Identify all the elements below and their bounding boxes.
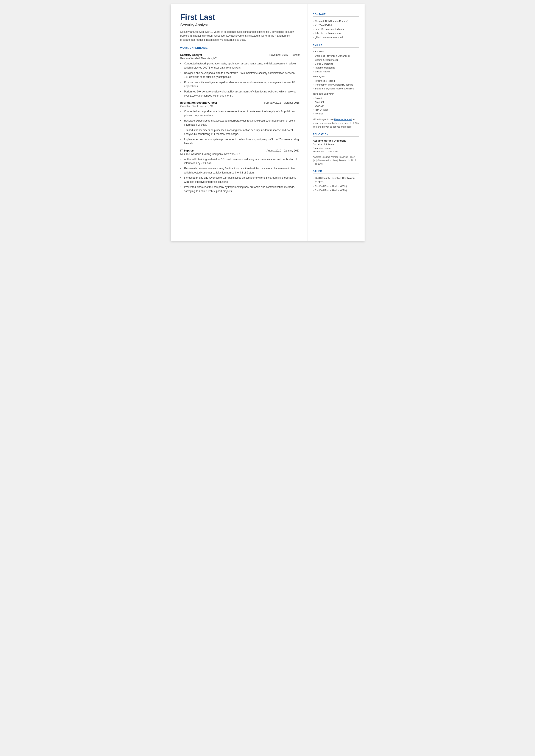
list-item: Resolved exposures to unexpected and del… [180, 119, 300, 127]
edu-date: Boston, MA — July 2010 [313, 150, 359, 153]
contact-section: CONTACT Concord, NH (Open to Remote) +1-… [313, 13, 359, 39]
list-item: Certified Ethical Hacker (CEH). [313, 188, 359, 192]
name: First Last [180, 13, 300, 21]
job-1-dates: November 2015 – Present [269, 53, 299, 56]
list-item: Conducted a comprehensive threat assessm… [180, 109, 300, 118]
contact-location: Concord, NH (Open to Remote) [313, 19, 359, 23]
degree: Bachelor of Science [313, 143, 359, 146]
contact-list: Concord, NH (Open to Remote) +1-234-456-… [313, 19, 359, 39]
contact-phone: +1-234-456-789 [313, 23, 359, 27]
resume-page: First Last Security Analyst Security ana… [171, 4, 365, 241]
list-item: Conducted network penetration tests, app… [180, 62, 300, 70]
list-item: GIAC Security Essentials Certification (… [313, 176, 359, 184]
hard-skills-list: Data-loss Prevention (Advanced) Coding (… [313, 54, 359, 73]
other-list: GIAC Security Essentials Certification (… [313, 176, 359, 192]
education-section-title: EDUCATION [313, 133, 359, 137]
job-2-bullets: Conducted a comprehensive threat assessm… [180, 109, 300, 146]
job-3-company: Resume Worded's Exciting Company, New Yo… [180, 153, 300, 155]
list-item: Integrity Monitoring [313, 66, 359, 70]
list-item: OWASP [313, 104, 359, 108]
list-item: Penetration and Vulnerability Testing [313, 83, 359, 87]
job-2-header: Information Security Officer February 20… [180, 101, 300, 104]
job-1-bullets: Conducted network penetration tests, app… [180, 62, 300, 98]
job-3-header: IT Support August 2010 – January 2013 [180, 149, 300, 152]
job-2: Information Security Officer February 20… [180, 101, 300, 146]
hard-skills-label: Hard Skills: [313, 50, 359, 53]
edu-awards: Awards: Resume Worded Teaching Fellow (o… [313, 155, 359, 166]
list-item: Performed 19+ comprehensive vulnerabilit… [180, 90, 300, 98]
job-2-title: Information Security Officer [180, 101, 217, 104]
field: Computer Science [313, 146, 359, 150]
resume-worded-link[interactable]: Resume Worded [334, 118, 352, 121]
list-item: Static and Dynamic Malware Analysis [313, 87, 359, 91]
list-item: Splunk [313, 96, 359, 100]
other-section: OTHER GIAC Security Essentials Certifica… [313, 170, 359, 192]
list-item: Prevented disaster at the company by imp… [180, 185, 300, 193]
techniques-label: Techniques: [313, 75, 359, 78]
list-item: ArcSight [313, 100, 359, 104]
list-item: Implemented secondary system procedures … [180, 137, 300, 146]
contact-section-title: CONTACT [313, 13, 359, 16]
list-item: Coding (Experienced) [313, 58, 359, 62]
left-column: First Last Security Analyst Security ana… [171, 4, 307, 241]
skills-section: SKILLS Hard Skills: Data-loss Prevention… [313, 44, 359, 129]
education-section: EDUCATION Resume Worded University Bache… [313, 133, 359, 165]
tools-label: Tools and Software: [313, 93, 359, 95]
job-1-title: Security Analyst [180, 53, 202, 56]
list-item: Fortinet [313, 112, 359, 116]
right-column: CONTACT Concord, NH (Open to Remote) +1-… [307, 4, 365, 241]
job-3-dates: August 2010 – January 2013 [267, 149, 299, 152]
list-item: Trained staff members on processes invol… [180, 128, 300, 136]
other-section-title: OTHER [313, 170, 359, 174]
contact-linkedin: linkedin.com/in/username [313, 31, 359, 35]
job-2-dates: February 2013 – October 2015 [264, 101, 299, 104]
job-1-header: Security Analyst November 2015 – Present [180, 53, 300, 56]
job-3-bullets: Authored IT training material for 18+ st… [180, 157, 300, 193]
list-item: Examined customer service survey feedbac… [180, 167, 300, 175]
job-1: Security Analyst November 2015 – Present… [180, 53, 300, 98]
job-3: IT Support August 2010 – January 2013 Re… [180, 149, 300, 193]
list-item: Cloud Computing [313, 62, 359, 66]
work-experience-section-title: WORK EXPERIENCE [180, 46, 300, 50]
list-item: Ethical Hacking [313, 70, 359, 73]
school-name: Resume Worded University [313, 139, 359, 142]
skills-note: • Don't forget to use Resume Worded to s… [313, 118, 359, 129]
list-item: Data-loss Prevention (Advanced) [313, 54, 359, 58]
list-item: Provided security intelligence, rapid in… [180, 80, 300, 88]
contact-github: github.com/resumeworded [313, 35, 359, 40]
list-item: Hypothesis Testing [313, 79, 359, 83]
list-item: Designed and developed a plan to decentr… [180, 71, 300, 79]
job-2-company: Growthsi, San Francisco, CA [180, 105, 300, 108]
contact-email: email@resumeworded.com [313, 27, 359, 31]
skills-section-title: SKILLS [313, 44, 359, 48]
list-item: Certified Ethical Hacker (CEH) [313, 184, 359, 188]
techniques-list: Hypothesis Testing Penetration and Vulne… [313, 79, 359, 91]
job-3-title: IT Support [180, 149, 194, 152]
job-title: Security Analyst [180, 23, 300, 27]
list-item: Increased profits and revenues of 15+ bu… [180, 176, 300, 184]
summary: Security analyst with over 10 years of e… [180, 30, 300, 42]
list-item: Authored IT training material for 18+ st… [180, 157, 300, 165]
tools-list: Splunk ArcSight OWASP IBM QRadar Fortine… [313, 96, 359, 116]
list-item: IBM QRadar [313, 108, 359, 112]
job-1-company: Resume Worded, New York, NY [180, 57, 300, 60]
